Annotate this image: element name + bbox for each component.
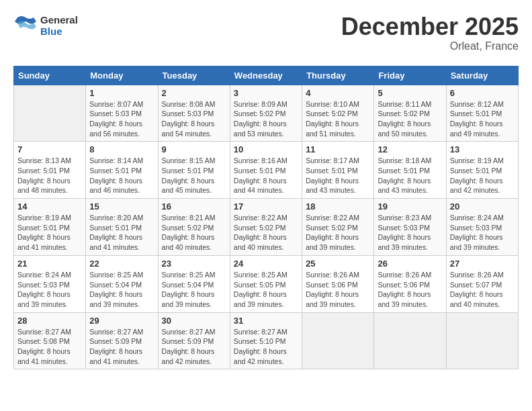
daylight-text: Daylight: 8 hours and 39 minutes. [17, 289, 82, 309]
logo-blue: Blue [40, 26, 78, 37]
day-number: 15 [89, 201, 154, 212]
daylight-text: Daylight: 8 hours and 56 minutes. [89, 119, 154, 138]
day-info: Sunrise: 8:13 AMSunset: 5:01 PMDaylight:… [17, 156, 82, 195]
sunset-text: Sunset: 5:04 PM [89, 280, 154, 290]
sunset-text: Sunset: 5:01 PM [450, 109, 515, 119]
sunrise-text: Sunrise: 8:08 AM [162, 99, 226, 109]
sunrise-text: Sunrise: 8:22 AM [306, 213, 370, 223]
day-number: 16 [162, 201, 226, 212]
daylight-text: Daylight: 8 hours and 42 minutes. [162, 347, 226, 366]
day-number: 7 [17, 144, 82, 154]
calendar-cell: 31Sunrise: 8:27 AMSunset: 5:10 PMDayligh… [230, 312, 302, 369]
daylight-text: Daylight: 8 hours and 42 minutes. [450, 176, 515, 195]
sunset-text: Sunset: 5:06 PM [378, 280, 442, 290]
calendar-cell [446, 312, 518, 369]
calendar-cell: 24Sunrise: 8:25 AMSunset: 5:05 PMDayligh… [230, 255, 302, 312]
day-number: 21 [17, 259, 82, 269]
calendar-cell: 15Sunrise: 8:20 AMSunset: 5:01 PMDayligh… [86, 199, 158, 256]
sunset-text: Sunset: 5:02 PM [306, 109, 370, 119]
day-number: 9 [162, 144, 226, 154]
sunrise-text: Sunrise: 8:12 AM [450, 99, 515, 109]
title-area: December 2025 Orleat, France [341, 13, 519, 52]
calendar-cell: 18Sunrise: 8:22 AMSunset: 5:02 PMDayligh… [302, 199, 374, 256]
sunset-text: Sunset: 5:01 PM [234, 166, 298, 176]
sunset-text: Sunset: 5:04 PM [162, 280, 226, 290]
day-number: 30 [162, 316, 226, 326]
calendar-cell: 17Sunrise: 8:22 AMSunset: 5:02 PMDayligh… [230, 199, 302, 256]
day-info: Sunrise: 8:20 AMSunset: 5:01 PMDaylight:… [89, 213, 154, 253]
calendar-cell: 2Sunrise: 8:08 AMSunset: 5:03 PMDaylight… [158, 85, 230, 142]
day-number: 5 [378, 88, 442, 98]
calendar-cell: 1Sunrise: 8:07 AMSunset: 5:03 PMDaylight… [86, 85, 158, 142]
daylight-text: Daylight: 8 hours and 50 minutes. [378, 119, 442, 138]
day-number: 4 [306, 88, 370, 98]
sunrise-text: Sunrise: 8:26 AM [306, 270, 370, 280]
header-sunday: Sunday [14, 66, 86, 85]
daylight-text: Daylight: 8 hours and 39 minutes. [378, 289, 442, 309]
sunrise-text: Sunrise: 8:27 AM [234, 327, 298, 337]
sunrise-text: Sunrise: 8:16 AM [234, 156, 298, 166]
sunset-text: Sunset: 5:03 PM [89, 109, 154, 119]
calendar-title: December 2025 [341, 13, 519, 40]
day-info: Sunrise: 8:23 AMSunset: 5:03 PMDaylight:… [378, 213, 442, 253]
sunset-text: Sunset: 5:01 PM [17, 223, 82, 233]
calendar-week-4: 21Sunrise: 8:24 AMSunset: 5:03 PMDayligh… [14, 255, 519, 312]
day-number: 17 [234, 201, 298, 212]
day-info: Sunrise: 8:27 AMSunset: 5:09 PMDaylight:… [162, 327, 226, 367]
calendar-cell: 9Sunrise: 8:15 AMSunset: 5:01 PMDaylight… [158, 142, 230, 199]
calendar-cell: 7Sunrise: 8:13 AMSunset: 5:01 PMDaylight… [14, 142, 86, 199]
day-info: Sunrise: 8:16 AMSunset: 5:01 PMDaylight:… [234, 156, 298, 195]
day-number: 3 [234, 88, 298, 98]
day-info: Sunrise: 8:12 AMSunset: 5:01 PMDaylight:… [450, 99, 515, 139]
daylight-text: Daylight: 8 hours and 48 minutes. [17, 176, 82, 195]
daylight-text: Daylight: 8 hours and 39 minutes. [162, 289, 226, 309]
calendar-cell: 16Sunrise: 8:21 AMSunset: 5:02 PMDayligh… [158, 199, 230, 256]
daylight-text: Daylight: 8 hours and 39 minutes. [378, 232, 442, 252]
day-info: Sunrise: 8:15 AMSunset: 5:01 PMDaylight:… [162, 156, 226, 195]
page-header: General Blue December 2025 Orleat, Franc… [13, 13, 519, 56]
sunrise-text: Sunrise: 8:25 AM [234, 270, 298, 280]
calendar-cell: 27Sunrise: 8:26 AMSunset: 5:07 PMDayligh… [446, 255, 518, 312]
day-number: 20 [450, 201, 515, 212]
calendar-cell: 25Sunrise: 8:26 AMSunset: 5:06 PMDayligh… [302, 255, 374, 312]
calendar-cell [14, 85, 86, 142]
daylight-text: Daylight: 8 hours and 41 minutes. [17, 232, 82, 252]
day-info: Sunrise: 8:19 AMSunset: 5:01 PMDaylight:… [450, 156, 515, 195]
sunset-text: Sunset: 5:05 PM [234, 280, 298, 290]
day-info: Sunrise: 8:27 AMSunset: 5:08 PMDaylight:… [17, 327, 82, 367]
sunrise-text: Sunrise: 8:11 AM [378, 99, 442, 109]
sunset-text: Sunset: 5:01 PM [89, 223, 154, 233]
sunrise-text: Sunrise: 8:17 AM [306, 156, 370, 166]
day-number: 18 [306, 201, 370, 212]
daylight-text: Daylight: 8 hours and 41 minutes. [89, 347, 154, 366]
sunrise-text: Sunrise: 8:21 AM [162, 213, 226, 223]
day-number: 1 [89, 88, 154, 98]
calendar-table: SundayMondayTuesdayWednesdayThursdayFrid… [13, 66, 519, 370]
sunrise-text: Sunrise: 8:27 AM [162, 327, 226, 337]
daylight-text: Daylight: 8 hours and 41 minutes. [17, 347, 82, 366]
calendar-cell: 10Sunrise: 8:16 AMSunset: 5:01 PMDayligh… [230, 142, 302, 199]
sunrise-text: Sunrise: 8:26 AM [378, 270, 442, 280]
sunset-text: Sunset: 5:03 PM [17, 280, 82, 290]
day-info: Sunrise: 8:09 AMSunset: 5:02 PMDaylight:… [234, 99, 298, 139]
daylight-text: Daylight: 8 hours and 53 minutes. [234, 119, 298, 138]
sunrise-text: Sunrise: 8:09 AM [234, 99, 298, 109]
sunrise-text: Sunrise: 8:13 AM [17, 156, 82, 166]
sunrise-text: Sunrise: 8:15 AM [162, 156, 226, 166]
day-number: 24 [234, 259, 298, 269]
calendar-cell: 12Sunrise: 8:18 AMSunset: 5:01 PMDayligh… [374, 142, 446, 199]
day-info: Sunrise: 8:26 AMSunset: 5:06 PMDaylight:… [378, 270, 442, 310]
sunrise-text: Sunrise: 8:27 AM [17, 327, 82, 337]
day-info: Sunrise: 8:14 AMSunset: 5:01 PMDaylight:… [89, 156, 154, 195]
calendar-cell: 3Sunrise: 8:09 AMSunset: 5:02 PMDaylight… [230, 85, 302, 142]
day-info: Sunrise: 8:27 AMSunset: 5:10 PMDaylight:… [234, 327, 298, 367]
day-number: 23 [162, 259, 226, 269]
header-monday: Monday [86, 66, 158, 85]
header-saturday: Saturday [446, 66, 518, 85]
day-number: 19 [378, 201, 442, 212]
calendar-cell: 22Sunrise: 8:25 AMSunset: 5:04 PMDayligh… [86, 255, 158, 312]
sunset-text: Sunset: 5:10 PM [234, 336, 298, 347]
daylight-text: Daylight: 8 hours and 51 minutes. [306, 119, 370, 138]
sunrise-text: Sunrise: 8:19 AM [450, 156, 515, 166]
sunset-text: Sunset: 5:01 PM [17, 166, 82, 176]
